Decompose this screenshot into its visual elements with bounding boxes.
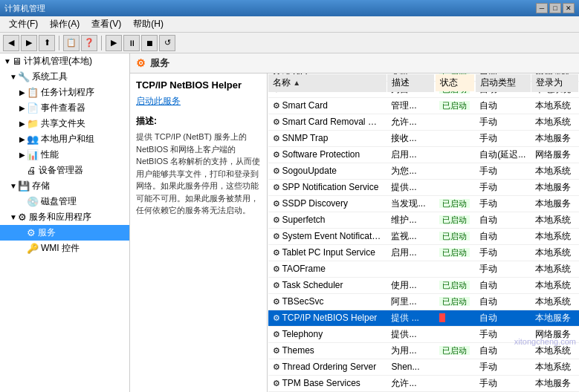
table-row[interactable]: ⚙Telephony提供...手动网络服务 (268, 326, 579, 342)
tree-item-wmi[interactable]: 🔑 WMI 控件 (0, 241, 129, 256)
service-icon: ⚙ (273, 346, 280, 355)
cell-startup: 手动 (475, 359, 531, 375)
up-button[interactable]: ⬆ (39, 35, 55, 51)
table-row[interactable]: ⚙SogouUpdate为您...手动本地系统 (268, 163, 579, 179)
window-title: 计算机管理 (4, 3, 536, 14)
forward-button[interactable]: ▶ (21, 35, 37, 51)
tree-label-devicemgr: 设备管理器 (39, 164, 83, 177)
cell-startup: 手动 (475, 244, 531, 261)
tree-item-storage[interactable]: ▼ 💾 存储 (0, 178, 129, 194)
th-login[interactable]: 登录为 (531, 74, 578, 92)
cell-login: 本地服务 (531, 375, 578, 391)
tree-item-root[interactable]: ▼ 🖥 计算机管理(本地) (0, 53, 129, 69)
help-button[interactable]: ❓ (81, 35, 97, 51)
tree-item-servicesapp[interactable]: ▼ ⚙ 服务和应用程序 (0, 209, 129, 225)
cell-name: ⚙SSDP Discovery (268, 195, 387, 212)
play-button[interactable]: ▶ (106, 35, 122, 51)
cell-name: ⚙TPM Base Services (268, 375, 387, 391)
cell-startup: 手动 (475, 130, 531, 146)
cell-name: ⚙TBSecSvc (268, 293, 387, 310)
cell-startup: 自动 (475, 97, 531, 114)
expand-devicemgr (18, 166, 27, 174)
service-icon: ⚙ (273, 379, 280, 388)
tree-item-devicemgr[interactable]: 🖨 设备管理器 (0, 163, 129, 178)
table-row[interactable]: ⚙System Event Notification Service监视...已… (268, 228, 579, 244)
table-row[interactable]: ⚙Superfetch维护...已启动自动本地系统 (268, 212, 579, 228)
tree-item-diskmgmt[interactable]: 💿 磁盘管理 (0, 194, 129, 209)
properties-button[interactable]: 📋 (63, 35, 80, 51)
cell-startup: 手动 (475, 179, 531, 195)
restart-button[interactable]: ↺ (159, 35, 175, 51)
table-row[interactable]: ⚙Tablet PC Input Service启用...已启动手动本地系统 (268, 244, 579, 261)
menu-view[interactable]: 查看(V) (85, 16, 127, 32)
cell-login: 本地系统 (531, 228, 578, 244)
cell-status: 已启动 (435, 97, 475, 114)
table-row[interactable]: ⚙Task Scheduler使用...已启动自动本地系统 (268, 277, 579, 293)
th-status[interactable]: 状态 (435, 74, 475, 92)
tree-item-sharedfolders[interactable]: ▶ 📁 共享文件夹 (0, 116, 129, 131)
table-row[interactable]: ⚙SPP Notification Service提供...手动本地服务 (268, 179, 579, 195)
cell-status (435, 326, 475, 342)
computer-icon: 🖥 (12, 56, 22, 67)
info-desc: 提供 TCP/IP (NetBT) 服务上的 NetBIOS 和网络上客户端的 … (136, 131, 261, 217)
table-row[interactable]: ⚙Themes为用...已启动自动本地系统 (268, 342, 579, 359)
servicesapp-icon: ⚙ (18, 212, 27, 223)
cell-status: 已启动 (435, 228, 475, 244)
menu-help[interactable]: 帮助(H) (127, 16, 169, 32)
cell-login: 本地服务 (531, 130, 578, 146)
tree-item-scheduler[interactable]: ▶ 📋 任务计划程序 (0, 85, 129, 100)
maximize-button[interactable]: □ (549, 3, 561, 13)
tree-item-services[interactable]: ⚙ 服务 (0, 225, 129, 241)
cell-desc: 启用... (386, 244, 434, 261)
expand-servicesapp: ▼ (9, 213, 18, 221)
pause-button[interactable]: ⏸ (123, 35, 140, 51)
cell-desc: 提供... (386, 179, 434, 195)
status-badge: 已启动 (439, 232, 470, 241)
table-row[interactable]: ⚙Smart Card Removal Policy允许...手动本地系统 (268, 114, 579, 130)
th-desc[interactable]: 描述 (386, 74, 434, 92)
tree-item-eventviewer[interactable]: ▶ 📄 事件查看器 (0, 100, 129, 116)
th-name[interactable]: 名称 ▲ (268, 74, 387, 92)
cell-desc: 启用... (386, 146, 434, 163)
cell-startup: 自动 (475, 342, 531, 359)
cell-desc (386, 261, 434, 277)
minimize-button[interactable]: ─ (536, 3, 548, 13)
cell-desc: 监视... (386, 228, 434, 244)
stop-button[interactable]: ⏹ (141, 35, 158, 51)
service-icon: ⚙ (273, 264, 280, 273)
cell-status (435, 114, 475, 130)
info-link[interactable]: 启动此服务 (136, 95, 261, 108)
service-icon: ⚙ (273, 199, 280, 208)
table-row[interactable]: ⚙Thread Ordering ServerShen...手动本地系统 (268, 359, 579, 375)
service-icon: ⚙ (273, 330, 280, 339)
tree-label-sharedfolders: 共享文件夹 (41, 117, 85, 130)
table-row[interactable]: ⚙TBSecSvc阿里...已启动自动本地系统 (268, 293, 579, 310)
cell-login: 本地服务 (531, 310, 578, 326)
back-button[interactable]: ◀ (3, 35, 19, 51)
wmi-icon: 🔑 (27, 243, 39, 254)
cell-startup: 手动 (475, 114, 531, 130)
close-button[interactable]: ✕ (563, 3, 575, 13)
table-row[interactable]: ⚙TCP/IP NetBIOS Helper提供 ...自动本地服务 (268, 310, 579, 326)
service-icon: ⚙ (273, 134, 280, 143)
cell-login: 本地系统 (531, 163, 578, 179)
table-row[interactable]: ⚙SSDP Discovery当发现...已启动手动本地服务 (268, 195, 579, 212)
table-row[interactable]: ⚙TAOFrame手动本地系统 (268, 261, 579, 277)
menu-action[interactable]: 操作(A) (44, 16, 85, 32)
tree-item-users[interactable]: ▶ 👥 本地用户和组 (0, 131, 129, 147)
tree-item-tools[interactable]: ▼ 🔧 系统工具 (0, 69, 129, 85)
expand-wmi (18, 244, 27, 252)
table-row[interactable]: ⚙SNMP Trap接收...手动本地服务 (268, 130, 579, 146)
table-row[interactable]: ⚙Smart Card管理...已启动自动本地系统 (268, 97, 579, 114)
service-icon: ⚙ (273, 117, 280, 126)
menu-file[interactable]: 文件(F) (3, 16, 44, 32)
expand-performance: ▶ (18, 151, 27, 159)
tree-item-performance[interactable]: ▶ 📊 性能 (0, 147, 129, 163)
cell-name: ⚙Superfetch (268, 212, 387, 228)
service-icon: ⚙ (273, 313, 280, 322)
tree-label-wmi: WMI 控件 (41, 242, 80, 255)
th-startup[interactable]: 启动类型 (475, 74, 531, 92)
cell-name: ⚙SogouUpdate (268, 163, 387, 179)
table-row[interactable]: ⚙TPM Base Services允许...手动本地服务 (268, 375, 579, 391)
table-row[interactable]: ⚙Software Protection启用...自动(延迟...网络服务 (268, 146, 579, 163)
